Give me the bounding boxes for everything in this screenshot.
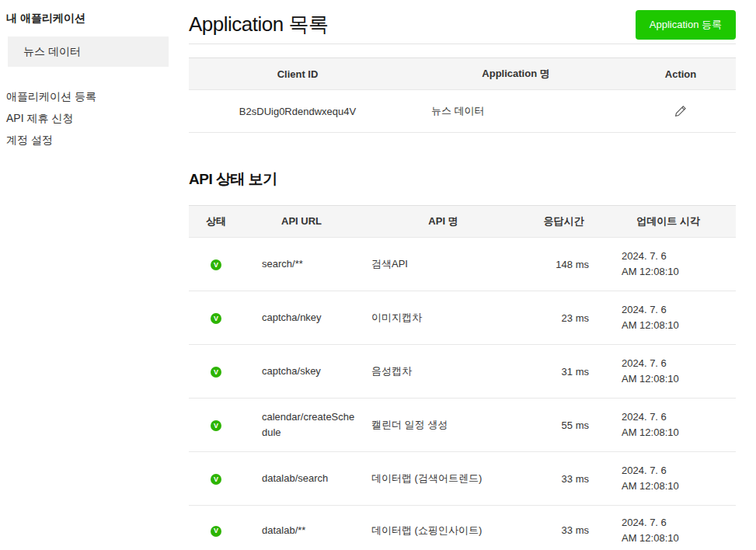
api-name-value: 데이터랩 (쇼핑인사이트) [360, 524, 527, 538]
updated-date: 2024. 7. 6 [622, 302, 736, 318]
response-time-value: 31 ms [527, 366, 601, 378]
sidebar-title: 내 애플리케이션 [6, 12, 169, 26]
updated-time-cell: 2024. 7. 6 AM 12:08:10 [601, 515, 736, 546]
updated-time-cell: 2024. 7. 6 AM 12:08:10 [601, 302, 736, 333]
response-time-value: 33 ms [527, 473, 601, 485]
status-cell: V [189, 258, 243, 271]
table-row: B2sDUig0Rdendwxequ4V 뉴스 데이터 [189, 90, 736, 133]
sidebar-menu: 애플리케이션 등록 API 제휴 신청 계정 설정 [0, 85, 169, 151]
api-name-value: 데이터랩 (검색어트렌드) [360, 472, 527, 486]
updated-time-cell: 2024. 7. 6 AM 12:08:10 [601, 409, 736, 440]
status-cell: V [189, 419, 243, 432]
col-header-response-time: 응답시간 [527, 214, 601, 228]
table-row: V datalab/search 데이터랩 (검색어트렌드) 33 ms 202… [189, 452, 736, 506]
page-title: Application 목록 [189, 11, 328, 38]
status-ok-icon: V [211, 474, 221, 485]
edit-application-button[interactable] [673, 103, 688, 119]
main-header: Application 목록 Application 등록 [189, 0, 736, 44]
table-row: V captcha/skey 음성캡차 31 ms 2024. 7. 6 AM … [189, 345, 736, 399]
updated-clock: AM 12:08:10 [622, 371, 736, 387]
status-ok-icon: V [211, 526, 221, 537]
status-cell: V [189, 472, 243, 486]
col-header-status: 상태 [189, 214, 243, 228]
updated-clock: AM 12:08:10 [622, 425, 736, 440]
table-row: V datalab/** 데이터랩 (쇼핑인사이트) 33 ms 2024. 7… [189, 506, 736, 550]
sidebar-menu-item[interactable]: 애플리케이션 등록 [0, 85, 169, 107]
col-header-updated-time: 업데이트 시각 [601, 214, 736, 229]
updated-time-cell: 2024. 7. 6 AM 12:08:10 [601, 249, 736, 280]
sidebar: 내 애플리케이션 뉴스 데이터 애플리케이션 등록 API 제휴 신청 계정 설… [0, 0, 169, 151]
page: 내 애플리케이션 뉴스 데이터 애플리케이션 등록 API 제휴 신청 계정 설… [0, 0, 756, 550]
pencil-icon [674, 108, 687, 120]
application-table-body: B2sDUig0Rdendwxequ4V 뉴스 데이터 [189, 90, 736, 133]
sidebar-menu-item[interactable]: 계정 설정 [0, 129, 169, 151]
api-status-table: 상태 API URL API 명 응답시간 업데이트 시각 V search/*… [189, 205, 736, 550]
api-name-value: 이미지캡차 [360, 311, 527, 325]
updated-date: 2024. 7. 6 [622, 356, 736, 371]
api-url-value: captcha/skey [243, 364, 360, 379]
response-time-value: 33 ms [527, 524, 601, 536]
selected-app-label: 뉴스 데이터 [23, 45, 81, 59]
api-url-value: captcha/nkey [243, 310, 360, 325]
api-name-value: 검색API [360, 257, 527, 271]
status-ok-icon: V [211, 367, 221, 378]
api-status-section-title: API 상태 보기 [189, 169, 736, 190]
updated-clock: AM 12:08:10 [622, 531, 736, 546]
sidebar-menu-item-label: API 제휴 신청 [6, 112, 73, 124]
response-time-value: 23 ms [527, 312, 601, 324]
sidebar-menu-item-label: 애플리케이션 등록 [6, 90, 96, 103]
api-url-value: calendar/createSchedule [243, 409, 360, 440]
table-row: V calendar/createSchedule 캘린더 일정 생성 55 m… [189, 399, 736, 452]
response-time-value: 55 ms [527, 419, 601, 431]
updated-date: 2024. 7. 6 [622, 515, 736, 531]
status-cell: V [189, 312, 243, 325]
updated-clock: AM 12:08:10 [622, 264, 736, 280]
api-name-value: 캘린더 일정 생성 [360, 418, 527, 432]
col-header-api-url: API URL [243, 214, 360, 229]
updated-time-cell: 2024. 7. 6 AM 12:08:10 [601, 463, 736, 494]
updated-clock: AM 12:08:10 [622, 318, 736, 333]
updated-time-cell: 2024. 7. 6 AM 12:08:10 [601, 356, 736, 387]
application-table-header: Client ID Application 명 Action [189, 57, 736, 90]
status-ok-icon: V [211, 259, 221, 270]
status-cell: V [189, 365, 243, 378]
api-url-value: search/** [243, 256, 360, 272]
sidebar-menu-item-label: 계정 설정 [6, 134, 53, 146]
col-header-application-name: Application 명 [406, 67, 625, 81]
col-header-api-name: API 명 [360, 214, 527, 228]
status-ok-icon: V [211, 313, 221, 324]
action-cell [625, 103, 736, 120]
api-url-value: datalab/** [243, 523, 360, 538]
updated-date: 2024. 7. 6 [622, 249, 736, 264]
updated-date: 2024. 7. 6 [622, 463, 736, 479]
application-table: Client ID Application 명 Action B2sDUig0R… [189, 57, 736, 133]
client-id-value: B2sDUig0Rdendwxequ4V [189, 106, 406, 117]
sidebar-menu-item[interactable]: API 제휴 신청 [0, 107, 169, 129]
application-name-value: 뉴스 데이터 [406, 104, 625, 118]
status-ok-icon: V [211, 420, 221, 431]
status-cell: V [189, 524, 243, 537]
main-content: Application 목록 Application 등록 Client ID … [189, 0, 736, 550]
col-header-client-id: Client ID [189, 68, 406, 80]
api-status-table-body: V search/** 검색API 148 ms 2024. 7. 6 AM 1… [189, 238, 736, 550]
col-header-action: Action [625, 68, 736, 80]
api-name-value: 음성캡차 [360, 364, 527, 378]
updated-clock: AM 12:08:10 [622, 479, 736, 494]
api-url-value: datalab/search [243, 471, 360, 486]
api-status-table-header: 상태 API URL API 명 응답시간 업데이트 시각 [189, 205, 736, 238]
updated-date: 2024. 7. 6 [622, 409, 736, 425]
response-time-value: 148 ms [527, 259, 601, 270]
table-row: V search/** 검색API 148 ms 2024. 7. 6 AM 1… [189, 238, 736, 291]
application-register-button[interactable]: Application 등록 [636, 10, 736, 40]
sidebar-item-selected-app[interactable]: 뉴스 데이터 [8, 37, 169, 67]
table-row: V captcha/nkey 이미지캡차 23 ms 2024. 7. 6 AM… [189, 291, 736, 345]
